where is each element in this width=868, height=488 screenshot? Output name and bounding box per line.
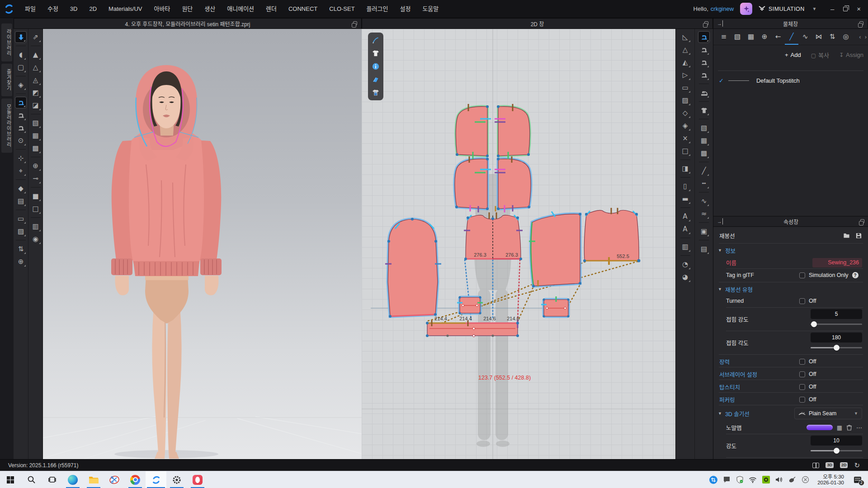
graphic-tab-icon[interactable]: ▦	[744, 29, 758, 45]
collapse-panel-icon[interactable]: →	[717, 20, 723, 27]
section-collapse-icon[interactable]: ▼	[718, 411, 722, 416]
tray-dish-icon[interactable]	[788, 475, 797, 484]
taskbar-edge[interactable]	[62, 471, 83, 488]
tee-basic-icon[interactable]	[698, 104, 710, 116]
edit-curve-icon[interactable]: ◭	[679, 56, 691, 68]
tray-chat-icon[interactable]	[722, 475, 731, 484]
seam-type-dropdown[interactable]: Plain Seam ▼	[794, 408, 862, 419]
save-icon[interactable]	[855, 232, 862, 239]
topstitch-tab-icon[interactable]: ╱	[785, 29, 798, 45]
3d-window-titlebar[interactable]: 4. 오후 후드창작, 모듈러라이브러리 setin 패턴조합.zprj	[14, 18, 362, 29]
texture-edit-icon[interactable]: ▨	[15, 225, 27, 237]
spec-panel-icon[interactable]: ◨	[679, 163, 691, 174]
ruler-vertical-icon[interactable]: ▯	[679, 180, 691, 192]
measure-tape-icon[interactable]: ▭	[15, 213, 27, 225]
menu-파일[interactable]: 파일	[19, 0, 42, 18]
show-garment-icon[interactable]	[371, 49, 380, 58]
taskbar-search[interactable]	[21, 471, 42, 488]
section-collapse-icon[interactable]: ▼	[718, 248, 722, 253]
lock-garment-icon[interactable]	[371, 88, 380, 97]
menu-clo-set[interactable]: CLO-SET	[323, 0, 360, 18]
close-button[interactable]: ×	[857, 5, 861, 12]
menu-애니메이션[interactable]: 애니메이션	[221, 0, 260, 18]
uv-grid-icon[interactable]: □	[30, 203, 42, 215]
tabs-next-icon[interactable]: ›	[865, 33, 867, 40]
sew-free-2d-icon[interactable]	[698, 56, 710, 68]
select-box-icon[interactable]: ▢	[15, 61, 27, 73]
menu-아바타[interactable]: 아바타	[148, 0, 176, 18]
notification-center-button[interactable]: 2	[852, 475, 863, 485]
stress-map-icon[interactable]: ▩	[698, 147, 710, 159]
menu-생산[interactable]: 생산	[198, 0, 221, 18]
zipper-tool-icon[interactable]: ⇅	[15, 243, 27, 255]
zigzag-line-icon[interactable]: ≈	[698, 208, 710, 220]
text-tool-icon[interactable]: A	[679, 211, 691, 222]
zipper-tab-icon[interactable]: ⇅	[826, 29, 839, 45]
pattern-sleeve-left[interactable]	[385, 218, 441, 318]
ruler-horizontal-icon[interactable]: ▬	[679, 193, 691, 205]
popout-3d-icon[interactable]	[353, 21, 357, 25]
refresh-icon[interactable]: ↻	[854, 461, 860, 469]
needle-thread-icon[interactable]	[371, 36, 380, 45]
tack-tool-icon[interactable]: ⌖	[15, 165, 27, 177]
normal-map-swatch[interactable]	[807, 425, 833, 430]
popout-2d-icon[interactable]	[704, 21, 708, 25]
copy-button[interactable]: ▢복사	[811, 51, 829, 59]
menu-2d[interactable]: 2D	[83, 0, 103, 18]
cross-grain-icon[interactable]: ×	[679, 132, 691, 144]
seam-tape-icon[interactable]: ┅	[698, 178, 710, 189]
fold-strength-input[interactable]: 5	[811, 309, 862, 319]
tab-modular-library[interactable]: 모듈러라이브러리	[1, 99, 12, 153]
simulation-mode-button[interactable]: SIMULATION ▼	[759, 6, 817, 12]
garment-move-icon[interactable]: △	[30, 61, 42, 73]
puckering-checkbox[interactable]	[799, 397, 805, 403]
taskbar-file-explorer[interactable]	[83, 471, 104, 488]
button-tool-icon[interactable]: ⊕	[30, 160, 42, 172]
popout-object-icon[interactable]	[859, 21, 863, 25]
tray-wifi-icon[interactable]	[748, 475, 757, 484]
info-icon[interactable]	[371, 62, 380, 71]
topstitch-checkbox[interactable]	[799, 384, 805, 390]
more-options-icon[interactable]: ⋯	[856, 424, 862, 431]
quilt-stack-icon[interactable]: ▤	[698, 243, 710, 255]
turned-checkbox[interactable]	[799, 298, 805, 304]
garment-back-icon[interactable]: ◪	[30, 99, 42, 111]
tray-blocked-icon[interactable]	[801, 475, 810, 484]
transform-pattern-icon[interactable]: ◺	[679, 31, 691, 43]
sew-segment-2d-icon[interactable]	[698, 44, 710, 56]
property-editor-titlebar[interactable]: → 속성창	[713, 216, 868, 227]
fit-garment-icon[interactable]: ⊙	[15, 135, 27, 146]
list-item-default-topstitch[interactable]: ✓ Default Topstitch	[713, 74, 868, 87]
polygon-pen-icon[interactable]: ▷	[679, 69, 691, 81]
tension-checkbox[interactable]	[799, 359, 805, 365]
menu-수정[interactable]: 수정	[42, 0, 64, 18]
fit-check-icon[interactable]: ▦	[30, 130, 42, 141]
shirring-tab-icon[interactable]: ∿	[798, 29, 812, 45]
fabric-tab-icon[interactable]: ▧	[731, 29, 744, 45]
garment-cut-icon[interactable]: ◬	[30, 74, 42, 86]
layer-panel-icon[interactable]: ▥	[30, 221, 42, 232]
taskbar-snipping-tool[interactable]	[104, 471, 125, 488]
shirring-line-icon[interactable]: ∿	[698, 195, 710, 207]
sew-free-icon[interactable]	[15, 122, 27, 134]
open-folder-icon[interactable]	[843, 232, 850, 239]
taskbar-red-app[interactable]	[187, 471, 208, 488]
2d-viewport[interactable]: 276.3 276.3 552.5	[362, 29, 675, 459]
hand-drape-icon[interactable]: ◔	[679, 258, 691, 270]
tray-crop-tool-icon[interactable]	[709, 475, 718, 484]
texture-grid-icon[interactable]: ▦	[837, 424, 842, 431]
trim-tab-icon[interactable]: ◎	[839, 29, 853, 45]
pattern-outline-icon[interactable]: □	[679, 145, 691, 157]
menu-원단[interactable]: 원단	[176, 0, 198, 18]
rect-pattern-icon[interactable]: ▭	[679, 82, 691, 94]
fold-angle-input[interactable]: 180	[811, 333, 862, 343]
2d-window-titlebar[interactable]: 2D 창	[362, 18, 713, 29]
probe-tool-icon[interactable]: ⊸	[30, 173, 42, 184]
menu-렌더[interactable]: 렌더	[260, 0, 283, 18]
taskbar-settings[interactable]	[166, 471, 187, 488]
sublayer-checkbox[interactable]	[799, 371, 805, 377]
menu-도움말[interactable]: 도움말	[416, 0, 444, 18]
fold-strength-slider[interactable]	[811, 324, 862, 325]
pattern-cuff-right[interactable]	[541, 296, 570, 318]
restore-button[interactable]	[843, 7, 848, 11]
